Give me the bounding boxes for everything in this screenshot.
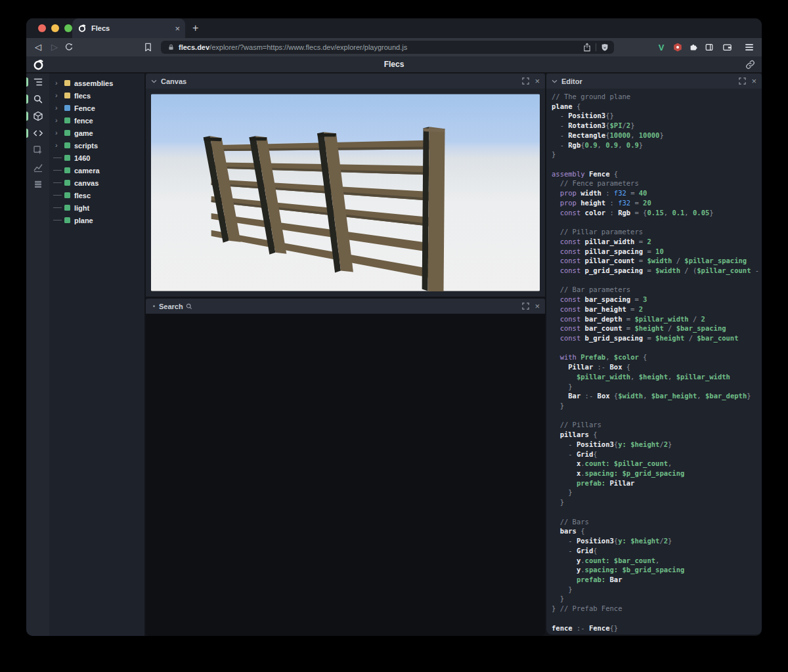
- tree-item-label: scripts: [74, 142, 98, 150]
- code-editor[interactable]: // The ground planeplane { - Position3{}…: [546, 89, 762, 635]
- minimize-window-button[interactable]: [51, 24, 59, 32]
- zoom-window-button[interactable]: [64, 24, 72, 32]
- browser-tab[interactable]: Flecs ×: [72, 18, 185, 38]
- bookmark-icon[interactable]: [142, 41, 154, 53]
- code-line: - Position3{y: $height/2}: [552, 440, 762, 450]
- tree-item-Fence[interactable]: ›Fence: [49, 102, 144, 114]
- canvas-panel-header[interactable]: Canvas ×: [146, 74, 545, 89]
- vue-devtools-icon[interactable]: V: [655, 41, 667, 53]
- code-line: pillars {: [552, 430, 762, 440]
- leaf-dash-icon: [53, 182, 62, 184]
- search-results-area[interactable]: [146, 314, 545, 636]
- tree-item-flecs[interactable]: ›flecs: [49, 89, 144, 102]
- extension-badge-icon[interactable]: [672, 41, 684, 53]
- expand-chevron-icon[interactable]: ›: [55, 79, 62, 87]
- tree-item-flesc[interactable]: flesc: [49, 189, 144, 201]
- editor-column: Editor × // The ground planeplane { - Po…: [546, 74, 762, 636]
- editor-panel-header[interactable]: Editor ×: [546, 74, 762, 89]
- code-line: prefab: Pillar: [552, 478, 762, 488]
- code-line: const pillar_width = 2: [552, 237, 762, 247]
- forward-button[interactable]: ▷: [51, 41, 58, 53]
- tree-item-game[interactable]: ›game: [49, 127, 144, 139]
- code-line: - Grid{: [552, 450, 762, 459]
- tree-item-1460[interactable]: 1460: [49, 152, 144, 164]
- inspector-icon: [33, 145, 43, 156]
- entity-kind-swatch: [64, 180, 70, 186]
- leaf-dash-icon: [53, 170, 62, 171]
- search-panel-header[interactable]: Search ×: [146, 299, 545, 314]
- lock-icon: [167, 43, 175, 51]
- maximize-icon[interactable]: [522, 77, 529, 85]
- maximize-icon[interactable]: [739, 77, 746, 85]
- rail-item-query-search[interactable]: [26, 91, 49, 108]
- code-line: const pillar_spacing = 10: [552, 247, 762, 257]
- search-icon: [186, 303, 192, 310]
- close-icon[interactable]: ×: [535, 302, 540, 310]
- url-bar[interactable]: flecs.dev /explorer/?wasm=https://www.fl…: [161, 41, 614, 54]
- chevron-down-icon[interactable]: [151, 79, 157, 83]
- expand-chevron-icon[interactable]: ›: [55, 104, 62, 112]
- code-line: [552, 507, 762, 517]
- close-icon[interactable]: ×: [751, 77, 756, 85]
- expand-chevron-icon[interactable]: ›: [55, 129, 62, 136]
- code-line: }: [552, 594, 762, 604]
- tree-item-label: light: [74, 204, 89, 212]
- share-icon[interactable]: [583, 43, 591, 52]
- brave-shield-icon[interactable]: [601, 43, 609, 52]
- tree-item-label: game: [74, 129, 93, 137]
- code-line: y.spacing: $b_grid_spacing: [552, 565, 762, 575]
- wallet-icon[interactable]: [721, 41, 733, 53]
- expand-chevron-icon[interactable]: ›: [55, 117, 62, 124]
- sidebar-toggle-icon[interactable]: [703, 41, 715, 53]
- expand-chevron-icon[interactable]: ›: [55, 142, 62, 149]
- back-button[interactable]: ◁: [35, 41, 41, 53]
- tree-item-plane[interactable]: plane: [49, 214, 144, 226]
- url-domain: flecs.dev: [179, 43, 209, 51]
- code-line: x.spacing: $p_grid_spacing: [552, 469, 762, 478]
- url-divider: [596, 43, 596, 51]
- new-tab-button[interactable]: +: [192, 22, 198, 34]
- code-line: $pillar_width, $height, $pillar_width: [552, 372, 762, 382]
- entity-kind-swatch: [64, 217, 70, 223]
- reload-button[interactable]: [63, 41, 75, 53]
- active-indicator: [26, 77, 28, 87]
- rail-item-inspector[interactable]: [26, 142, 49, 159]
- app-content: ›assemblies›flecs›Fence›fence›game›scrip…: [26, 74, 762, 636]
- close-window-button[interactable]: [38, 24, 46, 32]
- icon-rail: [26, 74, 49, 636]
- expand-chevron-icon[interactable]: ›: [55, 92, 62, 99]
- menu-icon[interactable]: [743, 41, 755, 53]
- maximize-icon[interactable]: [522, 303, 529, 310]
- code-area[interactable]: // The ground planeplane { - Position3{}…: [552, 92, 762, 633]
- browser-window: Flecs × + ◁ ▷ flecs.dev /explorer/?wasm=…: [26, 18, 762, 636]
- permalink-icon[interactable]: [745, 60, 755, 70]
- tree-item-assemblies[interactable]: ›assemblies: [49, 77, 144, 89]
- tree-item-light[interactable]: light: [49, 201, 144, 214]
- rail-item-entity-tree[interactable]: [26, 74, 49, 91]
- code-line: }: [552, 488, 762, 497]
- close-icon[interactable]: ×: [535, 77, 540, 85]
- rail-item-tables[interactable]: [26, 176, 49, 193]
- entity-kind-swatch: [64, 205, 70, 211]
- extensions-puzzle-icon[interactable]: [688, 41, 699, 53]
- rail-item-script-editor[interactable]: [26, 125, 49, 142]
- entity-kind-swatch: [64, 142, 70, 148]
- rail-item-canvas-3d[interactable]: [26, 108, 49, 125]
- chevron-down-icon[interactable]: [552, 79, 558, 83]
- code-line: const bar_count = $height / $bar_spacing: [552, 324, 762, 333]
- tree-item-camera[interactable]: camera: [49, 164, 144, 177]
- code-line: // Fence parameters: [552, 178, 762, 188]
- tree-item-scripts[interactable]: ›scripts: [49, 139, 144, 152]
- tree-item-fence[interactable]: ›fence: [49, 114, 144, 127]
- rail-item-stats[interactable]: [26, 159, 49, 176]
- entity-kind-swatch: [64, 93, 70, 98]
- tab-close-icon[interactable]: ×: [175, 24, 180, 33]
- code-line: assembly Fence {: [552, 169, 762, 179]
- code-line: const b_grid_spacing = $height / $bar_co…: [552, 333, 762, 343]
- tree-item-canvas[interactable]: canvas: [49, 177, 144, 189]
- tables-icon: [33, 179, 43, 190]
- 3d-viewport[interactable]: [151, 94, 540, 291]
- code-line: prop width : f32 = 40: [552, 188, 762, 198]
- code-line: - Grid{: [552, 546, 762, 556]
- code-line: }: [552, 585, 762, 595]
